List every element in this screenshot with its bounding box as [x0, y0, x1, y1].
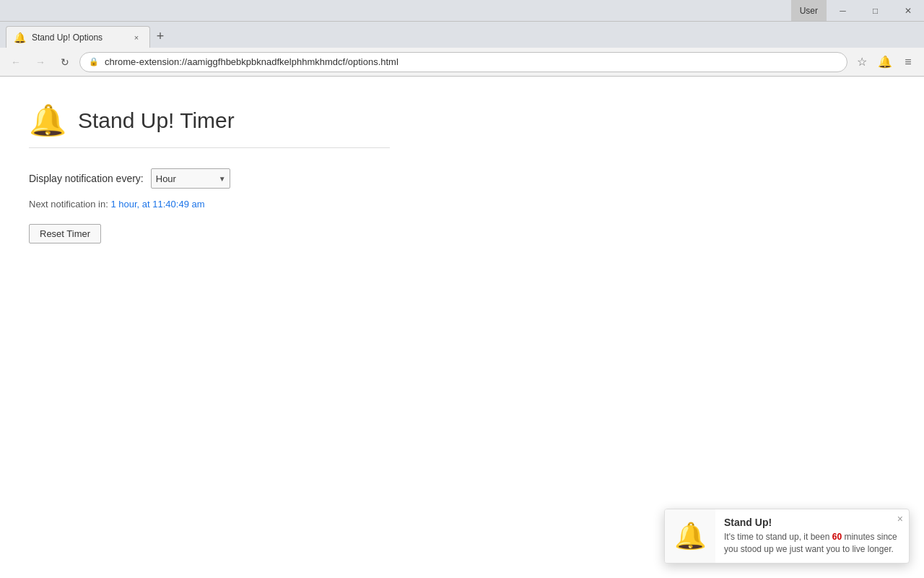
close-button[interactable]: ✕: [892, 0, 924, 22]
window-controls: ─ □ ✕: [827, 0, 924, 21]
toast-bell-icon: 🔔: [674, 521, 707, 551]
menu-button[interactable]: ≡: [898, 52, 918, 72]
address-actions: ☆ 🔔 ≡: [852, 52, 918, 72]
forward-button[interactable]: →: [30, 52, 51, 72]
page-inner: 🔔 Stand Up! Timer Display notification e…: [0, 77, 505, 272]
toast-message-highlight: 60: [832, 532, 842, 542]
maximize-button[interactable]: □: [859, 0, 892, 22]
refresh-button[interactable]: ↻: [55, 52, 75, 72]
browser-window: User ─ □ ✕ 🔔 Stand Up! Options × + ← → ↻…: [0, 0, 924, 578]
tab-title-label: Stand Up! Options: [32, 33, 125, 43]
url-text: chrome-extension://aamiggfhbebkpbknadfke…: [105, 56, 838, 67]
toast-message: It's time to stand up, it been 60 minute…: [724, 531, 900, 556]
interval-label: Display notification every:: [29, 173, 144, 184]
next-notification-text: Next notification in: 1 hour, at 11:40:4…: [29, 199, 476, 210]
app-title: Stand Up! Timer: [78, 108, 235, 133]
active-tab[interactable]: 🔔 Stand Up! Options ×: [6, 26, 150, 48]
address-input[interactable]: 🔒 chrome-extension://aamiggfhbebkpbknadf…: [79, 52, 847, 72]
toast-title: Stand Up!: [724, 517, 900, 528]
toast-notification: 🔔 × Stand Up! It's time to stand up, it …: [664, 509, 910, 564]
address-bar: ← → ↻ 🔒 chrome-extension://aamiggfhbebkp…: [0, 48, 924, 77]
minimize-button[interactable]: ─: [827, 0, 859, 22]
tab-bar: 🔔 Stand Up! Options × +: [0, 22, 924, 48]
toast-body: × Stand Up! It's time to stand up, it be…: [715, 509, 909, 563]
notification-bell-button[interactable]: 🔔: [875, 52, 895, 72]
user-label: User: [791, 0, 827, 21]
tab-close-button[interactable]: ×: [131, 32, 142, 43]
toast-message-prefix: It's time to stand up, it been: [724, 532, 832, 542]
toast-icon-area: 🔔: [665, 509, 715, 563]
bookmark-star-button[interactable]: ☆: [852, 52, 872, 72]
lock-icon: 🔒: [89, 57, 99, 66]
title-bar: User ─ □ ✕: [0, 0, 924, 22]
app-header: 🔔 Stand Up! Timer: [29, 105, 476, 136]
notification-interval-row: Display notification every: 15 Minutes 3…: [29, 168, 476, 189]
back-button[interactable]: ←: [6, 52, 26, 72]
interval-select[interactable]: 15 Minutes 30 Minutes 45 Minutes Hour 2 …: [151, 168, 230, 189]
next-notification-prefix: Next notification in:: [29, 199, 110, 210]
tab-favicon-icon: 🔔: [14, 32, 26, 43]
page-content: 🔔 Stand Up! Timer Display notification e…: [0, 77, 924, 578]
reset-timer-button[interactable]: Reset Timer: [29, 224, 101, 243]
new-tab-button[interactable]: +: [150, 26, 170, 46]
header-divider: [29, 147, 390, 148]
next-notification-time: 1 hour, at 11:40:49 am: [110, 199, 204, 210]
app-bell-icon: 🔔: [29, 105, 66, 136]
toast-close-button[interactable]: ×: [897, 514, 903, 524]
interval-select-wrapper: 15 Minutes 30 Minutes 45 Minutes Hour 2 …: [151, 168, 230, 189]
